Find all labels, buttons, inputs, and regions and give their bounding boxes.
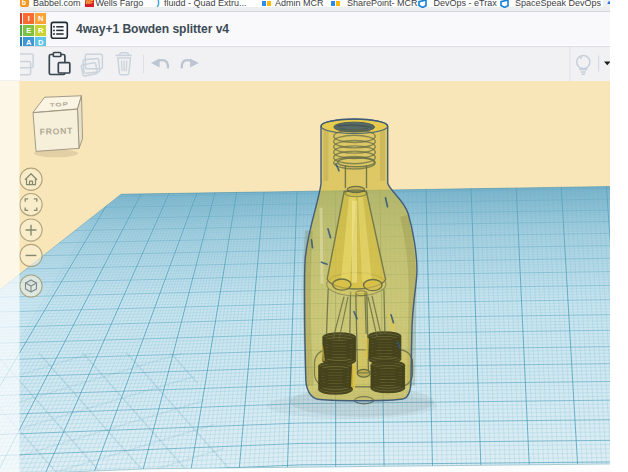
svg-text:FRONT: FRONT — [40, 125, 74, 136]
svg-text:TOP: TOP — [49, 101, 69, 107]
